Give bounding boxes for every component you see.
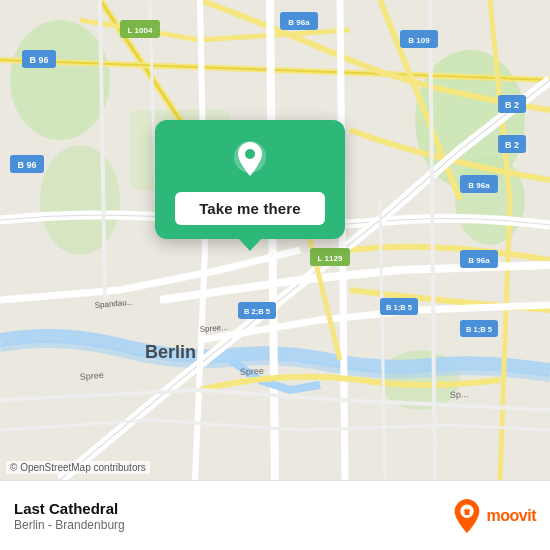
svg-text:L 1004: L 1004 — [128, 26, 153, 35]
map-background: B 96 B 96 L 1004 B 96a B 109 B 2 B 96a B… — [0, 0, 550, 480]
svg-text:B 1;B 5: B 1;B 5 — [386, 303, 412, 312]
svg-text:Berlin: Berlin — [145, 342, 196, 362]
svg-text:B 96a: B 96a — [288, 18, 310, 27]
svg-text:B 96a: B 96a — [468, 256, 490, 265]
svg-text:Sp...: Sp... — [450, 389, 469, 400]
svg-text:B 96a: B 96a — [468, 181, 490, 190]
svg-text:B 96: B 96 — [17, 160, 36, 170]
map-container: B 96 B 96 L 1004 B 96a B 109 B 2 B 96a B… — [0, 0, 550, 480]
location-subtitle: Berlin - Brandenburg — [14, 518, 439, 532]
pin-icon — [228, 138, 272, 182]
svg-text:B 2;B 5: B 2;B 5 — [244, 307, 270, 316]
svg-text:Spree: Spree — [79, 370, 104, 382]
svg-text:B 2: B 2 — [505, 140, 519, 150]
svg-text:B 2: B 2 — [505, 100, 519, 110]
svg-point-40 — [245, 149, 255, 159]
moovit-pin-icon — [451, 497, 483, 535]
svg-text:B 1;B 5: B 1;B 5 — [466, 325, 492, 334]
svg-text:B 96: B 96 — [29, 55, 48, 65]
svg-point-3 — [10, 20, 110, 140]
svg-text:L 1129: L 1129 — [318, 254, 343, 263]
app: B 96 B 96 L 1004 B 96a B 109 B 2 B 96a B… — [0, 0, 550, 550]
location-name: Last Cathedral — [14, 500, 439, 517]
svg-point-4 — [40, 145, 120, 255]
take-me-there-button[interactable]: Take me there — [175, 192, 325, 225]
moovit-logo: moovit — [451, 497, 536, 535]
moovit-brand-name: moovit — [487, 507, 536, 525]
svg-text:B 109: B 109 — [408, 36, 430, 45]
location-info: Last Cathedral Berlin - Brandenburg — [14, 500, 439, 532]
location-card: Take me there — [155, 120, 345, 239]
svg-text:Spree: Spree — [240, 366, 265, 377]
map-attribution: © OpenStreetMap contributors — [6, 461, 150, 474]
bottom-bar: Last Cathedral Berlin - Brandenburg moov… — [0, 480, 550, 550]
